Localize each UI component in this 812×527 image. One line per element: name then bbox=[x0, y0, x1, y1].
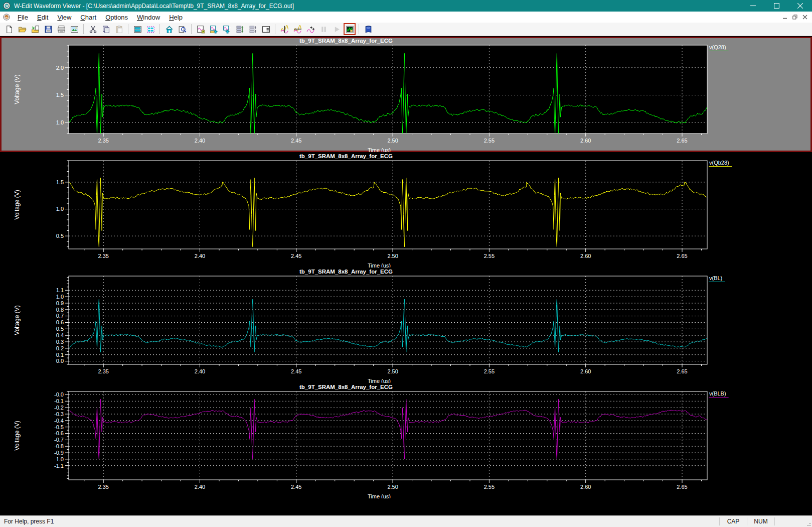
toolbar: frA bbox=[0, 23, 812, 36]
chart-canvas-3: 0.00.10.20.30.40.50.60.70.80.91.01.12.35… bbox=[0, 268, 812, 383]
open-file-button[interactable] bbox=[16, 23, 28, 35]
run-button[interactable] bbox=[331, 23, 343, 35]
menu-edit[interactable]: Edit bbox=[33, 12, 53, 23]
y-tick-label: -0.5 bbox=[54, 424, 64, 430]
collapse-traces-button[interactable] bbox=[247, 23, 259, 35]
x-tick-label: 2.65 bbox=[677, 484, 687, 490]
import-waveform-button[interactable] bbox=[29, 23, 41, 35]
print-button[interactable] bbox=[55, 23, 67, 35]
app-logo-icon: W bbox=[3, 2, 11, 10]
y-tick-label: -1.0 bbox=[54, 456, 64, 462]
minimize-icon bbox=[750, 3, 756, 9]
menu-chart[interactable]: Chart bbox=[76, 12, 101, 23]
chart-canvas-1: 1.01.52.02.352.402.452.502.552.602.65tb_… bbox=[0, 37, 812, 152]
copy-chart-button[interactable] bbox=[208, 23, 220, 35]
horizontal-cursor-button[interactable] bbox=[291, 23, 303, 35]
zoom-region-icon bbox=[178, 25, 187, 34]
help-book-button[interactable] bbox=[362, 23, 374, 35]
zoom-full-button[interactable] bbox=[163, 23, 175, 35]
point-marker-button[interactable] bbox=[304, 23, 316, 35]
x-tick-label: 2.50 bbox=[387, 253, 398, 259]
child-close-button[interactable] bbox=[800, 13, 810, 22]
x-tick-label: 2.50 bbox=[387, 138, 398, 144]
menu-file[interactable]: File bbox=[13, 12, 33, 23]
frequency-chart-button[interactable]: fr bbox=[221, 23, 233, 35]
import-waveform-icon bbox=[31, 25, 40, 34]
y-tick-label: 0.5 bbox=[56, 233, 64, 239]
capture-chart-button[interactable] bbox=[344, 23, 356, 35]
x-axis-label: Time (us) bbox=[368, 378, 391, 383]
window-maximize-button[interactable] bbox=[765, 0, 788, 12]
waveform-chart-panel-4[interactable]: -1.1-1.0-0.9-0.8-0.7-0.6-0.5-0.4-0.3-0.2… bbox=[0, 383, 812, 498]
y-tick-label: 1.0 bbox=[56, 206, 64, 212]
horizontal-cursor-icon bbox=[293, 25, 302, 34]
menu-view[interactable]: View bbox=[53, 12, 76, 23]
tile-horizontal-icon bbox=[133, 25, 142, 34]
title-bar: W W-Edit Waveform Viewer - [C:\Users\adm… bbox=[0, 0, 812, 12]
chart-title: tb_9T_SRAM_8x8_Array_for_ECG bbox=[299, 269, 393, 275]
window-minimize-button[interactable] bbox=[741, 0, 765, 12]
tile-horizontal-button[interactable] bbox=[131, 23, 143, 35]
menu-window[interactable]: Window bbox=[132, 12, 165, 23]
legend-v(BL)[interactable]: v(BL) bbox=[709, 275, 722, 281]
y-tick-label: 1.0 bbox=[56, 119, 64, 125]
print-icon bbox=[57, 25, 66, 34]
chart-properties-button[interactable] bbox=[195, 23, 207, 35]
x-tick-label: 2.55 bbox=[484, 484, 495, 490]
paste-button[interactable] bbox=[113, 23, 125, 35]
close-icon bbox=[797, 3, 803, 9]
y-tick-label: 1.5 bbox=[56, 179, 64, 185]
menu-help[interactable]: Help bbox=[165, 12, 187, 23]
image-preview-icon bbox=[70, 25, 79, 34]
x-tick-label: 2.45 bbox=[291, 368, 301, 374]
child-minimize-button[interactable] bbox=[780, 13, 790, 22]
x-tick-label: 2.35 bbox=[98, 484, 108, 490]
y-tick-label: 0.2 bbox=[56, 345, 64, 351]
x-tick-label: 2.40 bbox=[195, 138, 205, 144]
window-close-button[interactable] bbox=[788, 0, 812, 12]
y-tick-label: 0.0 bbox=[56, 358, 64, 364]
paste-icon bbox=[115, 25, 123, 34]
child-restore-icon bbox=[792, 15, 797, 20]
x-tick-label: 2.65 bbox=[677, 368, 687, 374]
x-tick-label: 2.50 bbox=[387, 368, 398, 374]
child-restore-button[interactable] bbox=[790, 13, 800, 22]
expand-traces-icon bbox=[236, 25, 244, 34]
y-tick-label: 1.5 bbox=[56, 92, 64, 98]
y-tick-label: 0.4 bbox=[56, 332, 64, 338]
annotate-button[interactable]: A bbox=[260, 23, 272, 35]
caps-lock-indicator: CAP bbox=[720, 518, 747, 525]
expand-traces-button[interactable] bbox=[234, 23, 246, 35]
status-bar: For Help, press F1 CAP NUM bbox=[0, 515, 812, 527]
new-document-button[interactable] bbox=[3, 23, 15, 35]
point-marker-icon bbox=[306, 25, 315, 34]
legend-v(Qb28)[interactable]: v(Qb28) bbox=[709, 160, 729, 166]
copy-button[interactable] bbox=[100, 23, 112, 35]
x-tick-label: 2.55 bbox=[484, 368, 495, 374]
plot-area bbox=[69, 45, 707, 134]
y-axis-label: Voltage (V) bbox=[14, 190, 21, 219]
waveform-chart-panel-3[interactable]: 0.00.10.20.30.40.50.60.70.80.91.01.12.35… bbox=[0, 268, 812, 383]
pause-icon bbox=[319, 25, 328, 34]
legend-v(Q28)[interactable]: v(Q28) bbox=[709, 44, 726, 50]
waveform-chart-panel-2[interactable]: 0.51.01.52.352.402.452.502.552.602.65tb_… bbox=[0, 152, 812, 268]
save-button[interactable] bbox=[42, 23, 54, 35]
y-tick-label: -0.3 bbox=[54, 411, 64, 417]
cut-button[interactable] bbox=[87, 23, 99, 35]
window-title: W-Edit Waveform Viewer - [C:\Users\admin… bbox=[14, 3, 294, 10]
y-tick-label: 1.0 bbox=[56, 294, 64, 300]
menu-options[interactable]: Options bbox=[101, 12, 132, 23]
resize-grip[interactable] bbox=[804, 516, 812, 527]
pause-button[interactable] bbox=[317, 23, 330, 35]
chart-properties-icon bbox=[197, 25, 205, 34]
vertical-cursor-button[interactable] bbox=[278, 23, 290, 35]
image-preview-button[interactable] bbox=[68, 23, 80, 35]
waveform-chart-panel-1[interactable]: 1.01.52.02.352.402.452.502.552.602.65tb_… bbox=[0, 37, 812, 152]
toolbar-separator bbox=[159, 24, 160, 34]
x-tick-label: 2.35 bbox=[98, 253, 108, 259]
tile-grid-button[interactable] bbox=[144, 23, 156, 35]
y-tick-label: 0.7 bbox=[56, 313, 64, 319]
legend-v(BLB)[interactable]: v(BLB) bbox=[709, 390, 726, 397]
zoom-region-button[interactable] bbox=[176, 23, 188, 35]
plot-area bbox=[69, 391, 707, 480]
